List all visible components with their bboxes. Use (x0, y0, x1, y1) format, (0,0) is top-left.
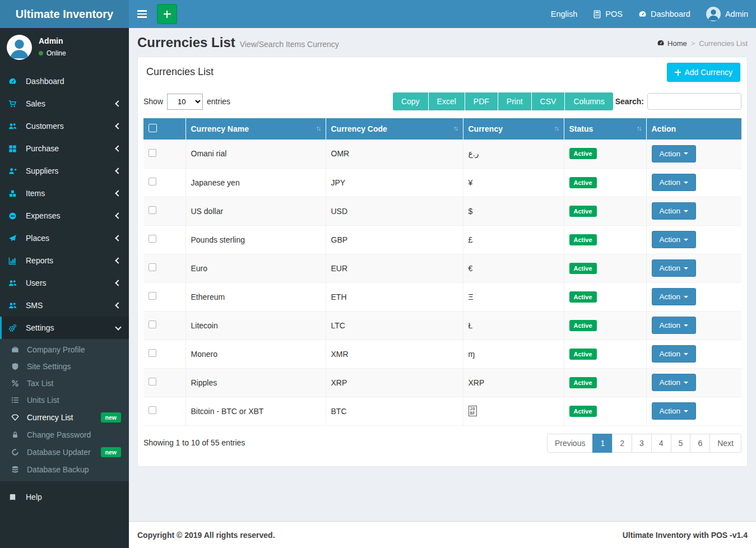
language-menu[interactable]: English (543, 0, 586, 28)
sidebar-item-label: Settings (26, 323, 54, 332)
sidebar-item-suppliers[interactable]: Suppliers (0, 160, 129, 182)
export-copy-button[interactable]: Copy (393, 92, 428, 110)
sort-icon[interactable]: ↑↓ (554, 125, 559, 132)
sidebar-item-sales[interactable]: Sales (0, 92, 129, 115)
row-checkbox[interactable] (149, 292, 156, 300)
pagination-page-6[interactable]: 6 (690, 434, 710, 453)
action-button[interactable]: Action (652, 345, 697, 363)
sidebar-item-currency-list[interactable]: Currency Listnew (0, 408, 129, 426)
sidebar-item-label: Expenses (26, 211, 60, 220)
row-checkbox[interactable] (149, 321, 156, 328)
currency-code-cell: LTC (326, 311, 463, 340)
action-button[interactable]: Action (652, 202, 697, 220)
row-checkbox[interactable] (149, 378, 156, 386)
table-body: Omani rialOMRر.عActiveActionJapanese yen… (143, 140, 741, 425)
home-icon (657, 39, 665, 47)
user-menu[interactable]: Admin (698, 0, 756, 28)
action-button[interactable]: Action (652, 145, 697, 162)
sidebar-item-sms[interactable]: SMS (0, 294, 129, 317)
sidebar-item-purchase[interactable]: Purchase (0, 137, 129, 160)
sidebar-item-items[interactable]: Items (0, 182, 129, 205)
pagination-page-5[interactable]: 5 (671, 434, 691, 453)
export-button-label: Print (507, 97, 523, 106)
pagination-page-1[interactable]: 1 (592, 434, 613, 453)
sidebar-item-label: SMS (26, 301, 43, 310)
sidebar-item-database-updater[interactable]: Database Updaternew (0, 443, 129, 461)
pagination-next[interactable]: Next (709, 434, 741, 453)
row-checkbox[interactable] (149, 406, 156, 414)
currency-symbol-cell: $ (463, 197, 564, 225)
sidebar-item-customers[interactable]: Customers (0, 115, 129, 137)
sort-icon[interactable]: ↑↓ (637, 125, 641, 132)
sidebar-item-dashboard[interactable]: Dashboard (0, 70, 129, 92)
sidebar-item-help[interactable]: Help (0, 486, 129, 508)
briefcase-icon (11, 346, 23, 354)
action-button[interactable]: Action (652, 259, 697, 277)
export-pdf-button[interactable]: PDF (465, 92, 498, 110)
breadcrumb-home[interactable]: Home (667, 39, 687, 48)
action-button[interactable]: Action (652, 288, 697, 305)
export-print-button[interactable]: Print (498, 92, 531, 110)
row-checkbox[interactable] (149, 349, 156, 357)
sidebar-item-site-settings[interactable]: Site Settings (0, 358, 129, 375)
chevron-left-icon (115, 302, 121, 308)
currency-name-cell: US dollar (185, 197, 326, 225)
sidebar-item-users[interactable]: Users (0, 272, 129, 294)
sidebar-item-units-list[interactable]: Units List (0, 392, 129, 408)
table-row: Bitcoin - BTC or XBTBTC20BFActiveAction (143, 397, 741, 425)
caret-down-icon (684, 210, 688, 212)
sidebar-item-change-password[interactable]: Change Password (0, 426, 129, 443)
row-checkbox[interactable] (149, 206, 156, 214)
caret-down-icon (684, 296, 688, 298)
column-header-currency[interactable]: Currency↑↓ (463, 118, 564, 140)
pagination-page-4[interactable]: 4 (651, 434, 671, 453)
currency-name-cell: Pounds sterling (185, 225, 326, 254)
action-button[interactable]: Action (652, 402, 697, 420)
sidebar-item-company-profile[interactable]: Company Profile (0, 341, 129, 358)
app-root: Ultimate Inventory Admin Online Dashboar… (0, 0, 756, 548)
sidebar-item-reports[interactable]: Reports (0, 249, 129, 272)
pos-link[interactable]: POS (585, 0, 630, 28)
export-excel-button[interactable]: Excel (428, 92, 465, 110)
action-button[interactable]: Action (652, 317, 697, 334)
column-header-action[interactable]: Action (646, 118, 741, 140)
dashboard-link[interactable]: Dashboard (630, 0, 698, 28)
sidebar-item-tax-list[interactable]: Tax List (0, 375, 129, 392)
action-button[interactable]: Action (652, 174, 697, 191)
add-currency-button[interactable]: Add Currency (667, 63, 740, 82)
row-checkbox[interactable] (149, 235, 156, 243)
action-button-label: Action (660, 150, 681, 158)
pagination-previous[interactable]: Previous (547, 434, 593, 453)
sidebar-item-database-backup[interactable]: Database Backup (0, 461, 129, 478)
pagination-page-2[interactable]: 2 (612, 434, 632, 453)
column-header-currency-code[interactable]: Currency Code↑↓ (326, 118, 463, 140)
quick-add-button[interactable] (157, 4, 177, 24)
currency-symbol-cell: ¥ (463, 168, 564, 197)
export-columns-button[interactable]: Columns (564, 92, 613, 110)
sidebar-item-settings[interactable]: Settings (0, 317, 129, 339)
pagination-page-3[interactable]: 3 (632, 434, 652, 453)
column-header-status[interactable]: Status↑↓ (564, 118, 646, 140)
action-button[interactable]: Action (652, 231, 697, 248)
brand-logo[interactable]: Ultimate Inventory (0, 0, 129, 28)
sidebar-item-places[interactable]: Places (0, 227, 129, 249)
sidebar-toggle-button[interactable] (129, 0, 155, 28)
sort-icon[interactable]: ↑↓ (316, 125, 321, 132)
select-all-checkbox[interactable] (149, 124, 157, 132)
search-input[interactable] (647, 93, 741, 110)
row-checkbox[interactable] (149, 149, 156, 157)
sidebar-item-expenses[interactable]: Expenses (0, 205, 129, 227)
sort-icon[interactable]: ↑↓ (453, 125, 458, 132)
status-cell: Active (564, 140, 646, 168)
currency-name-value: US dollar (191, 207, 224, 216)
select-all-header-cell (143, 118, 185, 140)
row-checkbox[interactable] (149, 263, 156, 271)
search-label: Search: (615, 97, 644, 106)
column-header-currency-name[interactable]: Currency Name↑↓ (185, 118, 326, 140)
export-csv-button[interactable]: CSV (531, 92, 565, 110)
plus-icon (164, 11, 171, 18)
page-size-select[interactable]: 10 (167, 94, 203, 110)
currency-name-cell: Omani rial (185, 140, 326, 168)
action-button[interactable]: Action (652, 374, 697, 391)
row-checkbox[interactable] (149, 178, 156, 185)
